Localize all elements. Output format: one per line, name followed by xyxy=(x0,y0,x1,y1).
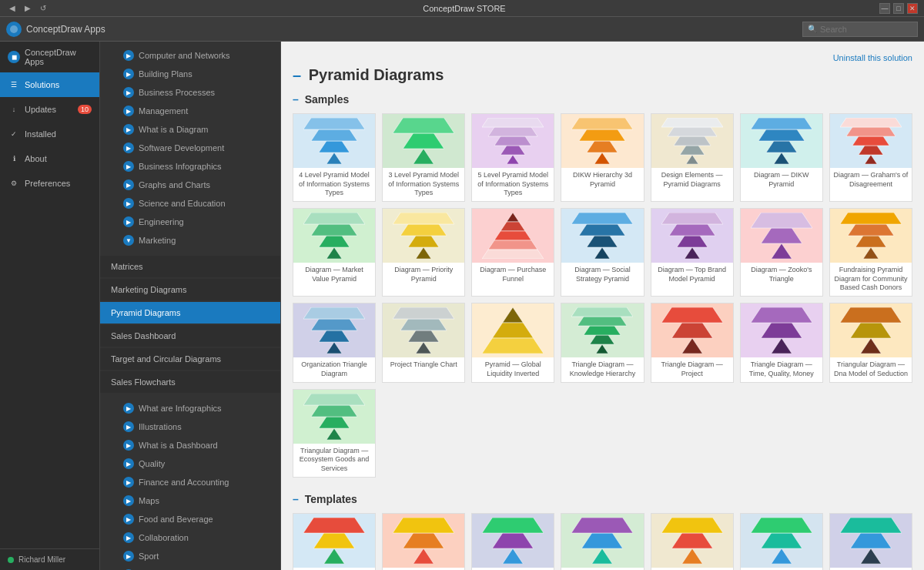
sample-card[interactable]: 4 Level Pyramid Model of Information Sys… xyxy=(293,113,376,202)
sec-item-engineering[interactable]: ▶ Engineering xyxy=(108,213,273,231)
template-card[interactable] xyxy=(829,513,912,570)
sec-menu-pyramid-diagrams[interactable]: Pyramid Diagrams xyxy=(100,302,280,324)
sec-item-food-beverage[interactable]: ▶ Food and Beverage xyxy=(108,510,273,528)
sample-card[interactable]: Diagram — Priority Pyramid xyxy=(382,208,465,297)
primary-sidebar: ◼ ConceptDraw Apps ☰ Solutions ↓ Updates… xyxy=(0,42,100,570)
sample-card[interactable]: 5 Level Pyramid Model of Information Sys… xyxy=(471,113,554,202)
sec-menu-sales-flowcharts[interactable]: Sales Flowcharts xyxy=(100,371,280,393)
minimize-button[interactable]: — xyxy=(879,3,890,14)
sample-card[interactable]: Fundraising Pyramid Diagram for Communit… xyxy=(829,208,912,297)
uninstall-link[interactable]: Uninstall this solution xyxy=(293,53,912,62)
collapse-icon[interactable]: – xyxy=(293,66,301,83)
sec-item-what-is-dashboard[interactable]: ▶ What is a Dashboard xyxy=(108,436,273,454)
sample-card[interactable]: Diagram — Social Strategy Pyramid xyxy=(561,208,644,297)
svg-marker-65 xyxy=(400,319,447,330)
sample-card[interactable]: Project Triangle Chart xyxy=(382,303,465,382)
svg-marker-6 xyxy=(403,133,444,149)
samples-collapse-icon[interactable]: – xyxy=(293,93,299,106)
sec-item-what-is-diagram[interactable]: ▶ What is a Diagram xyxy=(108,120,273,139)
sidebar-about-label: About xyxy=(25,154,47,163)
engineering-icon: ▶ xyxy=(123,216,134,227)
sample-card[interactable]: Triangle Diagram — Knowledge Hierarchy xyxy=(561,303,644,382)
sample-card[interactable]: Diagram — Top Brand Model Pyramid xyxy=(651,208,734,297)
svg-marker-108 xyxy=(840,518,902,533)
sample-thumb xyxy=(472,209,554,263)
template-card[interactable] xyxy=(382,513,465,570)
sec-item-marketing[interactable]: ▼ Marketing xyxy=(108,231,273,250)
svg-marker-19 xyxy=(674,136,711,146)
window-title: ConceptDraw STORE xyxy=(49,4,879,13)
svg-marker-99 xyxy=(571,518,633,533)
svg-marker-73 xyxy=(578,317,627,326)
template-card[interactable] xyxy=(651,513,734,570)
sec-item-building-plans[interactable]: ▶ Building Plans xyxy=(108,65,273,83)
sec-item-infographics[interactable]: ▶ What are Infographics xyxy=(108,399,273,417)
svg-marker-10 xyxy=(494,136,531,146)
sample-card[interactable]: Diagram — Zooko's Triangle xyxy=(740,208,823,297)
sec-item-finance-accounting[interactable]: ▶ Finance and Accounting xyxy=(108,473,273,491)
finance-accounting-icon: ▶ xyxy=(123,477,134,488)
template-card[interactable] xyxy=(293,513,376,570)
sec-item-maps[interactable]: ▶ Maps xyxy=(108,491,273,510)
sample-thumb xyxy=(293,114,375,168)
svg-marker-71 xyxy=(590,335,614,344)
search-input[interactable] xyxy=(820,25,912,34)
sec-item-business-infographics[interactable]: ▶ Business Infographics xyxy=(108,157,273,176)
sec-item-business-processes[interactable]: ▶ Business Processes xyxy=(108,83,273,102)
nav-forward-button[interactable]: ▶ xyxy=(22,2,34,15)
sample-card[interactable]: DIKW Hierarchy 3d Pyramid xyxy=(561,113,644,202)
sample-card[interactable]: Diagram — DIKW Pyramid xyxy=(740,113,823,202)
sample-card[interactable]: Diagram — Graham's of Disagreement xyxy=(829,113,912,202)
sample-card[interactable]: Triangular Diagram — Ecosystem Goods and… xyxy=(293,389,376,478)
sidebar-item-about[interactable]: ℹ About xyxy=(0,146,99,171)
sample-label: Triangle Diagram — Knowledge Hierarchy xyxy=(561,357,643,381)
nav-back-button[interactable]: ◀ xyxy=(6,2,18,15)
svg-marker-107 xyxy=(850,533,891,548)
sidebar-item-updates[interactable]: ↓ Updates 10 xyxy=(0,97,99,122)
close-button[interactable]: ✕ xyxy=(907,3,918,14)
sec-item-project-management[interactable]: ▶ Project Management xyxy=(108,565,273,570)
sample-card[interactable]: Triangular Diagram — Dna Model of Seduct… xyxy=(829,303,912,382)
template-thumb xyxy=(383,514,464,568)
sec-menu-sales-dashboard[interactable]: Sales Dashboard xyxy=(100,325,280,347)
template-card[interactable] xyxy=(561,513,644,570)
sec-item-computer-networks[interactable]: ▶ Computer and Networks xyxy=(108,46,273,65)
template-card[interactable] xyxy=(471,513,554,570)
sample-card[interactable]: Diagram — Market Value Pyramid xyxy=(293,208,376,297)
sidebar-item-preferences[interactable]: ⚙ Preferences xyxy=(0,171,99,196)
sec-item-science-education[interactable]: ▶ Science and Education xyxy=(108,194,273,213)
sample-card[interactable]: Triangle Diagram — Time, Quality, Money xyxy=(740,303,823,382)
restore-button[interactable]: □ xyxy=(893,3,904,14)
page-title: – Pyramid Diagrams xyxy=(293,66,912,84)
templates-collapse-icon[interactable]: – xyxy=(293,493,299,505)
svg-marker-96 xyxy=(482,518,544,533)
sec-menu-matrices[interactable]: Matrices xyxy=(100,256,280,277)
template-card[interactable] xyxy=(740,513,823,570)
sample-label: 4 Level Pyramid Model of Information Sys… xyxy=(293,168,375,201)
sidebar-item-conceptdraw-apps[interactable]: ◼ ConceptDraw Apps xyxy=(0,42,99,72)
sample-card[interactable]: Organization Triangle Diagram xyxy=(293,303,376,382)
sample-card[interactable]: Triangle Diagram — Project xyxy=(651,303,734,382)
sidebar-item-solutions[interactable]: ☰ Solutions xyxy=(0,72,99,97)
sample-card[interactable]: 3 Level Pyramid Model of Information Sys… xyxy=(382,113,465,202)
sec-item-quality[interactable]: ▶ Quality xyxy=(108,454,273,473)
sec-menu-target-circular[interactable]: Target and Circular Diagrams xyxy=(100,348,280,370)
sidebar-item-installed[interactable]: ✓ Installed xyxy=(0,122,99,146)
sample-card[interactable]: Pyramid — Global Liquidity Inverted xyxy=(471,303,554,382)
svg-marker-106 xyxy=(861,548,882,564)
svg-marker-40 xyxy=(500,222,525,231)
sample-label: Pyramid — Global Liquidity Inverted xyxy=(472,357,554,381)
search-box[interactable]: 🔍 xyxy=(802,22,918,37)
nav-refresh-button[interactable]: ↺ xyxy=(37,2,49,15)
sec-item-illustrations[interactable]: ▶ Illustrations xyxy=(108,417,273,436)
sec-item-sport[interactable]: ▶ Sport xyxy=(108,547,273,565)
sec-item-collaboration[interactable]: ▶ Collaboration xyxy=(108,528,273,547)
sec-menu-marketing-diagrams[interactable]: Marketing Diagrams xyxy=(100,279,280,300)
sec-item-management[interactable]: ▶ Management xyxy=(108,102,273,120)
sec-item-graphs-charts[interactable]: ▶ Graphs and Charts xyxy=(108,176,273,194)
sample-card[interactable]: Diagram — Purchase Funnel xyxy=(471,208,554,297)
sample-card[interactable]: Design Elements — Pyramid Diagrams xyxy=(651,113,734,202)
svg-marker-88 xyxy=(324,548,345,564)
sec-item-software-dev[interactable]: ▶ Software Development xyxy=(108,139,273,157)
svg-marker-3 xyxy=(311,129,357,141)
